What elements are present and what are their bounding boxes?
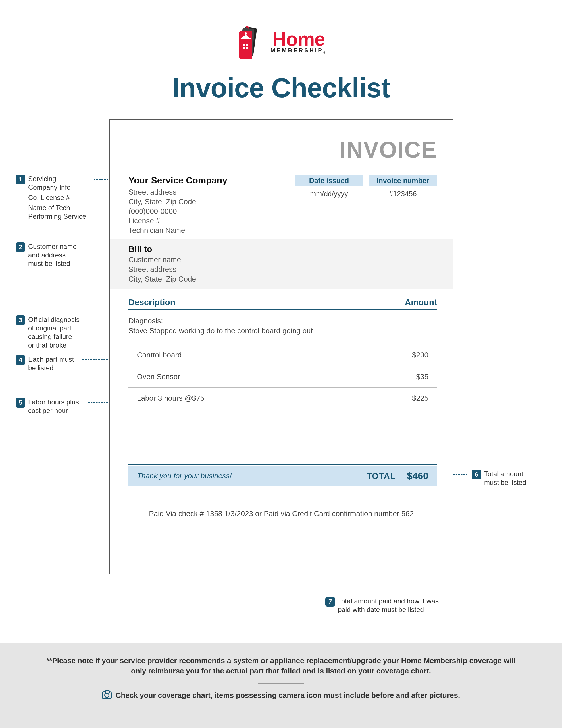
svc-city: City, State, Zip Code	[129, 197, 227, 207]
svg-rect-7	[243, 47, 246, 49]
line-item: Control board $200	[129, 344, 437, 366]
annotation-4: 4 Each part must be listed	[16, 355, 74, 372]
annotation-1: 1 Servicing Company Info Co. License # N…	[16, 175, 86, 221]
annotation-6: 6 Total amount must be listed	[472, 470, 526, 487]
svg-rect-5	[243, 44, 246, 46]
payment-note: Paid Via check # 1358 1/3/2023 or Paid v…	[110, 509, 453, 518]
annotation-5: 5 Labor hours plus cost per hour	[16, 398, 79, 415]
bill-to-street: Street address	[129, 265, 434, 274]
line-item: Oven Sensor $35	[129, 366, 437, 388]
svg-point-9	[245, 32, 247, 35]
date-issued-label: Date issued	[295, 175, 363, 186]
badge-4: 4	[16, 355, 25, 365]
line-items: Control board $200 Oven Sensor $35 Labor…	[129, 344, 437, 409]
svg-rect-6	[246, 44, 248, 46]
diagnosis-block: Diagnosis: Stove Stopped working do to t…	[129, 316, 437, 336]
total-amount: $460	[407, 470, 428, 481]
annotation-3: 3 Official diagnosis of original part ca…	[16, 315, 80, 349]
thank-you-message: Thank you for your business!	[137, 471, 366, 480]
diagnosis-text: Stove Stopped working do to the control …	[129, 326, 437, 336]
col-description: Description	[129, 297, 175, 307]
svc-street: Street address	[129, 187, 227, 197]
bill-to-city: City, State, Zip Code	[129, 274, 434, 284]
diagnosis-label: Diagnosis:	[129, 316, 437, 326]
bill-to-block: Bill to Customer name Street address Cit…	[110, 239, 453, 289]
logo-text-home: Home	[271, 31, 327, 47]
badge-2: 2	[16, 242, 25, 252]
total-bar: Thank you for your business! TOTAL $460	[129, 464, 437, 486]
invoice-heading: INVOICE	[339, 137, 437, 163]
service-company-name: Your Service Company	[129, 175, 227, 186]
svc-phone: (000)000-0000	[129, 207, 227, 216]
li-amt: $200	[412, 351, 428, 359]
service-company-block: Your Service Company Street address City…	[129, 175, 227, 235]
invoice-sample-frame: INVOICE Your Service Company Street addr…	[109, 119, 453, 574]
svg-rect-4	[242, 39, 250, 52]
footer-divider	[258, 683, 304, 684]
li-amt: $225	[412, 394, 428, 403]
line-item: Labor 3 hours @$75 $225	[129, 388, 437, 409]
li-desc: Control board	[137, 351, 182, 359]
page-title: Invoice Checklist	[0, 72, 562, 104]
badge-3: 3	[16, 315, 25, 325]
total-label: TOTAL	[366, 471, 395, 481]
li-desc: Oven Sensor	[137, 372, 180, 381]
col-amount: Amount	[405, 297, 437, 307]
badge-1: 1	[16, 175, 25, 184]
badge-7: 7	[325, 597, 335, 607]
column-headers: Description Amount	[129, 297, 437, 310]
logo-text-membership: MEMBERSHIP®	[271, 47, 327, 54]
annotation-2: 2 Customer name and address must be list…	[16, 242, 77, 268]
camera-icon	[102, 691, 112, 699]
date-issued-value: mm/dd/yyyy	[295, 186, 363, 198]
svg-rect-8	[246, 47, 248, 49]
bill-to-name: Customer name	[129, 255, 434, 265]
li-amt: $35	[416, 372, 428, 381]
bill-to-heading: Bill to	[129, 244, 434, 254]
invoice-header-fields: Date issued mm/dd/yyyy Invoice number #1…	[295, 175, 437, 198]
badge-6: 6	[472, 470, 481, 479]
svc-license: License #	[129, 216, 227, 226]
svc-tech: Technician Name	[129, 226, 227, 235]
invoice-number-label: Invoice number	[369, 175, 437, 186]
annotation-7: 7 Total amount paid and how it was paid …	[325, 597, 439, 614]
footer-note-camera: Check your coverage chart, items possess…	[102, 691, 460, 700]
badge-5: 5	[16, 398, 25, 408]
divider-line	[43, 623, 519, 623]
invoice-number-value: #123456	[369, 186, 437, 198]
footer-note-replacement: **Please note if your service provider r…	[0, 643, 562, 676]
li-desc: Labor 3 hours @$75	[137, 394, 204, 403]
home-membership-logo-icon	[235, 26, 267, 60]
logo-block: Home MEMBERSHIP®	[0, 0, 562, 61]
footer: **Please note if your service provider r…	[0, 643, 562, 728]
